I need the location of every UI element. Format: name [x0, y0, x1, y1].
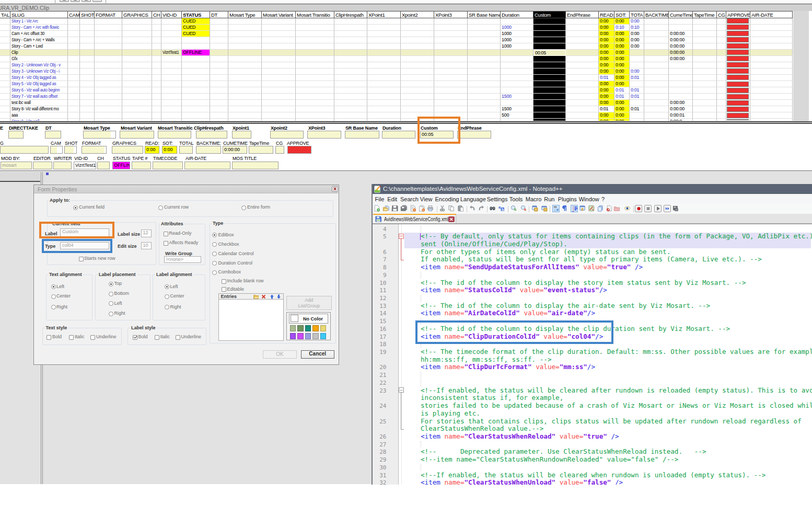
label-place-left-radio[interactable] — [109, 301, 113, 306]
cell-mosart-transitio[interactable] — [296, 75, 334, 81]
cell-endphrase[interactable] — [566, 106, 599, 112]
code-line[interactable] — [405, 225, 812, 233]
menu-item-macro[interactable]: Macro — [526, 196, 542, 202]
cell-approve[interactable] — [726, 43, 750, 50]
cell-air-date[interactable] — [750, 37, 793, 43]
cell-backtime[interactable] — [644, 100, 669, 106]
cell-slug[interactable]: Story 8- Viz wall different mo — [10, 106, 68, 112]
cell-tal[interactable] — [0, 50, 10, 56]
cell-sot-[interactable]: 0:00 — [614, 43, 630, 50]
cell-status[interactable]: CUED — [182, 31, 210, 37]
replace-icon[interactable]: ab — [498, 205, 505, 212]
cell-tota[interactable]: 0:01 — [630, 106, 644, 112]
write-group-input[interactable]: !<none> — [164, 256, 201, 263]
cell-mosart-type[interactable] — [228, 37, 262, 43]
cell-graphics[interactable] — [122, 43, 152, 50]
cell-approve[interactable] — [726, 56, 750, 62]
column-header-endphrase[interactable]: EndPhrase — [566, 11, 599, 18]
cell-duration[interactable]: 1000 — [501, 25, 533, 31]
cell-vid-id[interactable] — [161, 37, 182, 43]
cell-dt[interactable] — [210, 68, 228, 75]
cell-custom[interactable] — [533, 94, 566, 100]
menu-item-file[interactable]: File — [375, 196, 385, 202]
cell-tota[interactable] — [630, 56, 644, 62]
cell-mosart-transitio[interactable] — [296, 50, 334, 56]
cell-cumetime[interactable]: 0:00:00 — [669, 43, 693, 50]
cell-tota[interactable]: 0:00 — [630, 43, 644, 50]
cell-shot[interactable] — [80, 31, 95, 37]
cell-slug[interactable]: Story 7 - Viz wall auto offset — [10, 94, 68, 100]
read-only-checkbox[interactable] — [164, 232, 168, 236]
cell-tal[interactable] — [0, 37, 10, 43]
column-header-sr-base-name[interactable]: SR Base Name — [468, 11, 501, 18]
doc-map-icon[interactable] — [579, 205, 586, 212]
approve-flag[interactable] — [727, 75, 749, 80]
form-field-writer[interactable] — [53, 162, 72, 169]
cell-cam[interactable] — [68, 112, 80, 119]
cell-format[interactable] — [95, 75, 122, 81]
label-align-left-radio[interactable] — [165, 284, 169, 289]
cell-mosart-variant[interactable] — [262, 56, 296, 62]
cell-sr-base-name[interactable] — [468, 75, 501, 81]
form-field-air-date[interactable] — [184, 162, 230, 169]
cell-status[interactable]: CUED — [182, 18, 210, 25]
cell-vid-id[interactable] — [161, 25, 182, 31]
cell-graphics[interactable] — [122, 68, 152, 75]
cell-mosart-variant[interactable] — [262, 50, 296, 56]
cell-dt[interactable] — [210, 18, 228, 25]
text-align-right-radio[interactable] — [51, 305, 56, 309]
cell-sot-[interactable]: 0:00 — [614, 37, 630, 43]
cell-tapetime[interactable] — [693, 37, 717, 43]
cell-cumetime[interactable]: 0:00:00 — [669, 100, 693, 106]
code-line[interactable]: sent (Online/Offline/Cued/Play/Stop). — [405, 240, 812, 248]
form-field-cam[interactable] — [50, 146, 63, 154]
cell-vid-id[interactable] — [161, 56, 182, 62]
cell-slug[interactable]: Story 5 - Viz Obj tagged as — [10, 81, 68, 87]
cell-cam[interactable] — [68, 56, 80, 62]
form-field-mod-by-[interactable]: mosart — [1, 162, 32, 169]
cell-sot-[interactable]: 0:00 — [614, 112, 630, 119]
palette-swatch[interactable] — [290, 333, 296, 339]
apply-current-field-radio[interactable] — [73, 205, 78, 210]
cell-read-[interactable]: 0:00 — [599, 37, 614, 43]
cell-xpoint3[interactable] — [434, 100, 468, 106]
cell-sot-[interactable]: 0:00 — [614, 56, 630, 62]
type-combobox-radio[interactable] — [212, 270, 217, 275]
cell-cg[interactable] — [717, 75, 726, 81]
cell-slug[interactable]: Gfx — [10, 56, 68, 62]
cell-cg[interactable] — [717, 56, 726, 62]
rundown-row[interactable]: Story - Cam + Arc + Walls10000:000:000:0… — [0, 37, 793, 43]
label-style-italic-checkbox[interactable] — [155, 335, 159, 340]
cell-cam[interactable] — [68, 43, 80, 50]
cell-xpoint2[interactable] — [401, 18, 434, 25]
palette-swatch[interactable] — [312, 333, 318, 339]
column-header-xpoint3[interactable]: XPoint3 — [434, 11, 468, 18]
cell-cliphirespath[interactable] — [334, 31, 367, 37]
label-align-center-radio[interactable] — [165, 294, 169, 299]
cell-status[interactable] — [182, 94, 210, 100]
no-color-option[interactable]: No Color — [289, 314, 328, 324]
form-field-directtake[interactable] — [8, 131, 24, 139]
cell-approve[interactable] — [726, 94, 750, 100]
cell-mosart-transitio[interactable] — [296, 25, 334, 31]
cell-mosart-type[interactable] — [228, 25, 262, 31]
cell-format[interactable] — [95, 106, 122, 112]
cell-xpoint3[interactable] — [434, 106, 468, 112]
cell-mosart-variant[interactable] — [262, 81, 296, 87]
cell-read-[interactable]: 0:01 — [599, 75, 614, 81]
cell-endphrase[interactable] — [566, 56, 599, 62]
cell-cam[interactable] — [68, 106, 80, 112]
cell-mosart-variant[interactable] — [262, 106, 296, 112]
cell-mosart-variant[interactable] — [262, 31, 296, 37]
cell-cumetime[interactable]: 0:00:00 — [669, 31, 693, 37]
label-place-top-radio[interactable] — [109, 282, 113, 286]
approve-flag[interactable] — [727, 62, 749, 67]
find-icon[interactable] — [489, 205, 496, 212]
code-line[interactable]: stories failed to be updated because of … — [405, 402, 812, 410]
new-file-icon[interactable] — [374, 205, 381, 212]
cell-duration[interactable]: 1000 — [501, 31, 533, 37]
cell-tal[interactable] — [0, 81, 10, 87]
cell-tapetime[interactable] — [693, 56, 717, 62]
cell-cliphirespath[interactable] — [334, 62, 367, 68]
cell-mosart-variant[interactable] — [262, 112, 296, 119]
